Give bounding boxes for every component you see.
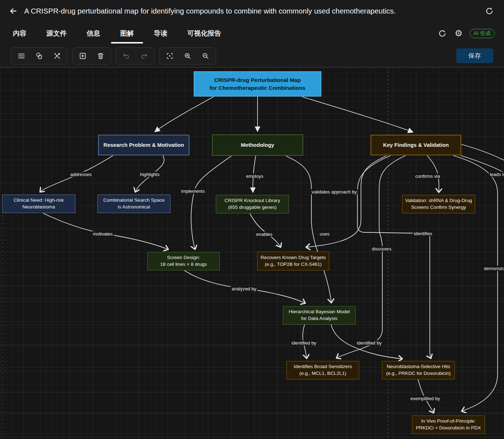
- toolbar-groups: [11, 47, 220, 64]
- edge-line[interactable]: [357, 156, 431, 358]
- node-text-line: Neuroblastoma: [22, 204, 55, 211]
- zoom-out-icon[interactable]: [198, 49, 213, 63]
- edge-line[interactable]: [461, 156, 504, 173]
- edge-label[interactable]: employs: [245, 174, 264, 179]
- tab-bar-items: 内容源文件信息图解导读可视化报告: [6, 22, 235, 45]
- node-text-line: (e.g., TOP2B for CX-5461): [265, 261, 321, 268]
- edge-label[interactable]: identifies: [413, 231, 433, 236]
- node-validation-screens[interactable]: Validation: shRNA & Drug-DrugScreens Con…: [402, 195, 475, 213]
- node-root[interactable]: CRISPR-drug Perturbational Mapfor Chemot…: [194, 71, 321, 97]
- node-screen-design[interactable]: Screen Design:18 cell lines × 8 drugs: [147, 252, 220, 270]
- edge-line[interactable]: [302, 97, 413, 132]
- edge-label[interactable]: addresses: [69, 172, 93, 177]
- edge-label[interactable]: identified by: [356, 340, 382, 346]
- node-text-line: (e.g., PRKDC for Doxorubicin): [386, 370, 451, 377]
- edge-line[interactable]: [286, 156, 331, 303]
- gear-icon[interactable]: ⚙: [453, 28, 464, 39]
- zoom-in-icon[interactable]: [180, 49, 195, 63]
- edge-label[interactable]: identified by: [290, 340, 317, 346]
- node-methodology[interactable]: Methodology: [212, 134, 303, 156]
- edge-line[interactable]: [461, 144, 504, 161]
- edge-label[interactable]: demonstrates: [483, 266, 504, 271]
- toolbar-group: [159, 47, 216, 64]
- redo-icon[interactable]: [137, 49, 152, 63]
- edge-label[interactable]: validates approach by: [311, 189, 358, 195]
- node-text-line: PRKDCi + Doxorubicin in PDX: [416, 425, 481, 432]
- node-text-line: Validation: shRNA & Drug-Drug: [405, 197, 472, 204]
- node-text-line: Recovers Known Drug Targets: [261, 254, 326, 261]
- node-text-line: Identifies Broad Sensitizers: [294, 363, 352, 370]
- edge-line[interactable]: [454, 156, 498, 411]
- tab-content[interactable]: 内容: [6, 22, 33, 45]
- node-clinical-need[interactable]: Clinical Need: High-riskNeuroblastoma: [2, 195, 75, 213]
- back-icon[interactable]: [7, 5, 19, 17]
- edge-line[interactable]: [306, 156, 386, 247]
- node-text-line: CRISPR Knockout Library: [224, 197, 280, 204]
- tab-source-file[interactable]: 源文件: [40, 22, 73, 45]
- node-text-line: is Astronomical: [118, 204, 150, 211]
- node-nb-selective-hits[interactable]: Neuroblastoma-Selective Hits(e.g., PRKDC…: [382, 361, 455, 379]
- shapes-icon[interactable]: [32, 49, 47, 63]
- edge-line[interactable]: [250, 214, 281, 247]
- node-text-line: Research Problem & Motivation: [103, 141, 184, 149]
- node-research-problem[interactable]: Research Problem & Motivation: [98, 135, 189, 155]
- node-text-line: 18 cell lines × 8 drugs: [160, 261, 207, 268]
- tab-diagram[interactable]: 图解: [114, 22, 140, 45]
- edge-label[interactable]: confirms via: [414, 174, 441, 179]
- edge-label[interactable]: leads to: [489, 172, 504, 177]
- menu-icon[interactable]: [14, 49, 29, 63]
- node-text-line: for Chemotherapeutic Combinations: [210, 84, 306, 92]
- tab-visual-report[interactable]: 可视化报告: [181, 22, 228, 45]
- edge-label[interactable]: motivates: [92, 231, 114, 237]
- edit-tools-icon[interactable]: [50, 49, 65, 63]
- node-combinatorial-space[interactable]: Combinatorial Search Spaceis Astronomica…: [97, 195, 170, 213]
- edge-label[interactable]: highlights: [139, 172, 161, 177]
- add-node-icon[interactable]: [75, 49, 90, 63]
- page-title: A CRISPR-drug perturbational map for ide…: [24, 7, 484, 15]
- tab-bar-actions: ⚙ AI 生成: [437, 22, 495, 45]
- node-text-line: for Data Analysis: [301, 315, 337, 322]
- toolbar-group: [116, 47, 155, 64]
- node-text-line: Screen Design:: [167, 254, 200, 261]
- node-text-line: Screens Confirm Synergy: [411, 204, 466, 211]
- node-text-line: (e.g., MCL1, BCL2L1): [299, 370, 346, 377]
- toolbar-group: [11, 47, 68, 64]
- edge-label[interactable]: exemplified by: [409, 396, 441, 401]
- node-text-line: Methodology: [241, 141, 274, 149]
- edge-layer: [0, 67, 504, 439]
- tab-info[interactable]: 信息: [80, 22, 107, 45]
- node-text-line: In Vivo Proof-of-Principle:: [421, 418, 476, 425]
- edge-label[interactable]: discovers: [371, 246, 393, 252]
- node-text-line: Clinical Need: High-risk: [14, 197, 63, 204]
- node-recovers-targets[interactable]: Recovers Known Drug Targets(e.g., TOP2B …: [257, 252, 329, 270]
- ai-generated-badge[interactable]: AI 生成: [470, 29, 495, 38]
- fit-view-icon[interactable]: [162, 49, 177, 63]
- save-button[interactable]: 保存: [456, 48, 493, 63]
- header: A CRISPR-drug perturbational map for ide…: [0, 0, 504, 22]
- node-broad-sensitizers[interactable]: Identifies Broad Sensitizers(e.g., MCL1,…: [286, 361, 359, 379]
- node-text-line: CRISPR-drug Perturbational Map: [214, 76, 301, 84]
- node-bayesian-model[interactable]: Hierarchical Bayesian Modelfor Data Anal…: [283, 306, 356, 325]
- edge-label[interactable]: implements: [180, 188, 206, 194]
- undo-icon[interactable]: [119, 49, 134, 63]
- node-crispr-library[interactable]: CRISPR Knockout Library(655 druggable ge…: [216, 195, 289, 213]
- diagram-toolbar: 保存: [0, 45, 504, 67]
- edge-label[interactable]: uses: [319, 231, 330, 237]
- tab-bar: 内容源文件信息图解导读可视化报告 ⚙ AI 生成: [0, 22, 504, 45]
- edge-label[interactable]: analyzed by: [230, 286, 257, 291]
- toolbar-group: [72, 47, 111, 64]
- regenerate-icon[interactable]: [437, 28, 448, 39]
- refresh-icon[interactable]: [484, 6, 495, 16]
- delete-icon[interactable]: [93, 49, 108, 63]
- tab-guide[interactable]: 导读: [147, 22, 174, 45]
- node-text-line: Combinatorial Search Space: [103, 197, 165, 204]
- node-text-line: Neuroblastoma-Selective Hits: [387, 363, 450, 370]
- diagram-canvas[interactable]: addresseshighlightsimplementsemploysvali…: [0, 67, 504, 439]
- node-invivo-proof[interactable]: In Vivo Proof-of-Principle:PRKDCi + Doxo…: [412, 415, 485, 434]
- node-key-findings[interactable]: Key Findings & Validation: [371, 135, 461, 155]
- node-text-line: (655 druggable genes): [228, 204, 277, 211]
- node-text-line: Hierarchical Bayesian Model: [289, 309, 350, 315]
- edge-line[interactable]: [336, 156, 405, 358]
- edge-label[interactable]: enables: [255, 232, 274, 237]
- edge-line[interactable]: [155, 97, 213, 132]
